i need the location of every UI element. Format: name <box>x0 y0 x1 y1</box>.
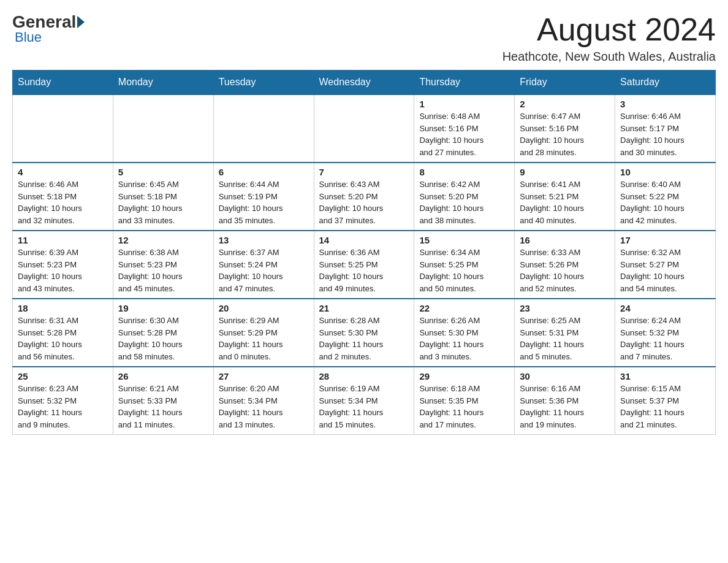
day-number: 7 <box>319 167 409 177</box>
days-of-week-row: SundayMondayTuesdayWednesdayThursdayFrid… <box>13 71 716 95</box>
day-number: 19 <box>118 303 208 313</box>
calendar-cell <box>213 94 314 163</box>
day-number: 17 <box>620 235 710 245</box>
day-number: 28 <box>319 371 409 381</box>
calendar-cell <box>13 94 113 163</box>
calendar-cell: 12Sunrise: 6:38 AMSunset: 5:23 PMDayligh… <box>113 231 213 299</box>
day-info: Sunrise: 6:32 AMSunset: 5:27 PMDaylight:… <box>620 247 710 294</box>
day-number: 2 <box>520 99 610 109</box>
day-number: 27 <box>219 371 309 381</box>
day-info: Sunrise: 6:46 AMSunset: 5:17 PMDaylight:… <box>620 110 710 158</box>
day-of-week-header: Sunday <box>13 71 113 95</box>
day-of-week-header: Saturday <box>615 71 716 95</box>
day-of-week-header: Monday <box>113 71 213 95</box>
day-number: 9 <box>520 167 610 177</box>
calendar-body: 1Sunrise: 6:48 AMSunset: 5:16 PMDaylight… <box>13 94 716 435</box>
calendar-cell: 14Sunrise: 6:36 AMSunset: 5:25 PMDayligh… <box>314 231 414 299</box>
calendar-cell: 16Sunrise: 6:33 AMSunset: 5:26 PMDayligh… <box>515 231 615 299</box>
subtitle: Heathcote, New South Wales, Australia <box>502 50 716 64</box>
day-number: 11 <box>18 235 108 245</box>
logo: General Blue <box>12 12 86 45</box>
calendar-cell: 26Sunrise: 6:21 AMSunset: 5:33 PMDayligh… <box>113 367 213 435</box>
day-number: 15 <box>419 235 509 245</box>
day-info: Sunrise: 6:36 AMSunset: 5:25 PMDaylight:… <box>319 247 409 294</box>
day-number: 29 <box>419 371 509 381</box>
calendar-cell: 17Sunrise: 6:32 AMSunset: 5:27 PMDayligh… <box>615 231 716 299</box>
calendar-cell: 2Sunrise: 6:47 AMSunset: 5:16 PMDaylight… <box>515 94 615 163</box>
day-number: 26 <box>118 371 208 381</box>
calendar-cell: 25Sunrise: 6:23 AMSunset: 5:32 PMDayligh… <box>13 367 113 435</box>
day-info: Sunrise: 6:45 AMSunset: 5:18 PMDaylight:… <box>118 178 208 226</box>
day-info: Sunrise: 6:20 AMSunset: 5:34 PMDaylight:… <box>219 383 309 431</box>
calendar-cell: 5Sunrise: 6:45 AMSunset: 5:18 PMDaylight… <box>113 163 213 231</box>
day-of-week-header: Tuesday <box>213 71 314 95</box>
day-info: Sunrise: 6:19 AMSunset: 5:34 PMDaylight:… <box>319 383 409 431</box>
main-title: August 2024 <box>502 12 716 47</box>
calendar-cell: 3Sunrise: 6:46 AMSunset: 5:17 PMDaylight… <box>615 94 716 163</box>
day-info: Sunrise: 6:39 AMSunset: 5:23 PMDaylight:… <box>18 247 108 294</box>
day-info: Sunrise: 6:38 AMSunset: 5:23 PMDaylight:… <box>118 247 208 294</box>
calendar-week-row: 18Sunrise: 6:31 AMSunset: 5:28 PMDayligh… <box>13 299 716 367</box>
day-info: Sunrise: 6:44 AMSunset: 5:19 PMDaylight:… <box>219 178 309 226</box>
day-info: Sunrise: 6:31 AMSunset: 5:28 PMDaylight:… <box>18 315 108 362</box>
day-number: 22 <box>419 303 509 313</box>
day-number: 12 <box>118 235 208 245</box>
calendar-week-row: 1Sunrise: 6:48 AMSunset: 5:16 PMDaylight… <box>13 94 716 163</box>
calendar-cell: 30Sunrise: 6:16 AMSunset: 5:36 PMDayligh… <box>515 367 615 435</box>
day-of-week-header: Friday <box>515 71 615 95</box>
calendar-cell: 23Sunrise: 6:25 AMSunset: 5:31 PMDayligh… <box>515 299 615 367</box>
day-number: 24 <box>620 303 710 313</box>
day-info: Sunrise: 6:33 AMSunset: 5:26 PMDaylight:… <box>520 247 610 294</box>
day-info: Sunrise: 6:43 AMSunset: 5:20 PMDaylight:… <box>319 178 409 226</box>
calendar-cell: 24Sunrise: 6:24 AMSunset: 5:32 PMDayligh… <box>615 299 716 367</box>
day-of-week-header: Thursday <box>414 71 515 95</box>
calendar-cell <box>314 94 414 163</box>
day-info: Sunrise: 6:30 AMSunset: 5:28 PMDaylight:… <box>118 315 208 362</box>
calendar-cell: 19Sunrise: 6:30 AMSunset: 5:28 PMDayligh… <box>113 299 213 367</box>
calendar-cell: 28Sunrise: 6:19 AMSunset: 5:34 PMDayligh… <box>314 367 414 435</box>
day-number: 6 <box>219 167 309 177</box>
day-info: Sunrise: 6:15 AMSunset: 5:37 PMDaylight:… <box>620 383 710 431</box>
calendar-cell: 18Sunrise: 6:31 AMSunset: 5:28 PMDayligh… <box>13 299 113 367</box>
day-number: 25 <box>18 371 108 381</box>
page-header: General Blue August 2024 Heathcote, New … <box>12 12 716 64</box>
day-number: 14 <box>319 235 409 245</box>
day-info: Sunrise: 6:24 AMSunset: 5:32 PMDaylight:… <box>620 315 710 362</box>
day-number: 3 <box>620 99 710 109</box>
day-info: Sunrise: 6:23 AMSunset: 5:32 PMDaylight:… <box>18 383 108 431</box>
day-of-week-header: Wednesday <box>314 71 414 95</box>
title-section: August 2024 Heathcote, New South Wales, … <box>502 12 716 64</box>
calendar-cell: 10Sunrise: 6:40 AMSunset: 5:22 PMDayligh… <box>615 163 716 231</box>
day-number: 18 <box>18 303 108 313</box>
day-info: Sunrise: 6:48 AMSunset: 5:16 PMDaylight:… <box>419 110 509 158</box>
day-info: Sunrise: 6:42 AMSunset: 5:20 PMDaylight:… <box>419 178 509 226</box>
calendar-header: SundayMondayTuesdayWednesdayThursdayFrid… <box>13 71 716 95</box>
calendar-week-row: 11Sunrise: 6:39 AMSunset: 5:23 PMDayligh… <box>13 231 716 299</box>
day-info: Sunrise: 6:25 AMSunset: 5:31 PMDaylight:… <box>520 315 610 362</box>
calendar-cell: 7Sunrise: 6:43 AMSunset: 5:20 PMDaylight… <box>314 163 414 231</box>
day-number: 10 <box>620 167 710 177</box>
calendar-cell: 29Sunrise: 6:18 AMSunset: 5:35 PMDayligh… <box>414 367 515 435</box>
day-number: 16 <box>520 235 610 245</box>
logo-arrow-icon <box>77 16 85 28</box>
day-info: Sunrise: 6:37 AMSunset: 5:24 PMDaylight:… <box>219 247 309 294</box>
day-info: Sunrise: 6:46 AMSunset: 5:18 PMDaylight:… <box>18 178 108 226</box>
calendar-table: SundayMondayTuesdayWednesdayThursdayFrid… <box>12 70 716 435</box>
calendar-cell: 9Sunrise: 6:41 AMSunset: 5:21 PMDaylight… <box>515 163 615 231</box>
calendar-cell: 1Sunrise: 6:48 AMSunset: 5:16 PMDaylight… <box>414 94 515 163</box>
calendar-cell: 15Sunrise: 6:34 AMSunset: 5:25 PMDayligh… <box>414 231 515 299</box>
day-number: 21 <box>319 303 409 313</box>
calendar-cell: 4Sunrise: 6:46 AMSunset: 5:18 PMDaylight… <box>13 163 113 231</box>
calendar-cell: 27Sunrise: 6:20 AMSunset: 5:34 PMDayligh… <box>213 367 314 435</box>
calendar-cell: 11Sunrise: 6:39 AMSunset: 5:23 PMDayligh… <box>13 231 113 299</box>
day-number: 5 <box>118 167 208 177</box>
day-number: 1 <box>419 99 509 109</box>
day-number: 31 <box>620 371 710 381</box>
day-number: 20 <box>219 303 309 313</box>
day-number: 4 <box>18 167 108 177</box>
day-info: Sunrise: 6:47 AMSunset: 5:16 PMDaylight:… <box>520 110 610 158</box>
day-number: 8 <box>419 167 509 177</box>
day-info: Sunrise: 6:21 AMSunset: 5:33 PMDaylight:… <box>118 383 208 431</box>
day-info: Sunrise: 6:28 AMSunset: 5:30 PMDaylight:… <box>319 315 409 362</box>
calendar-cell: 13Sunrise: 6:37 AMSunset: 5:24 PMDayligh… <box>213 231 314 299</box>
